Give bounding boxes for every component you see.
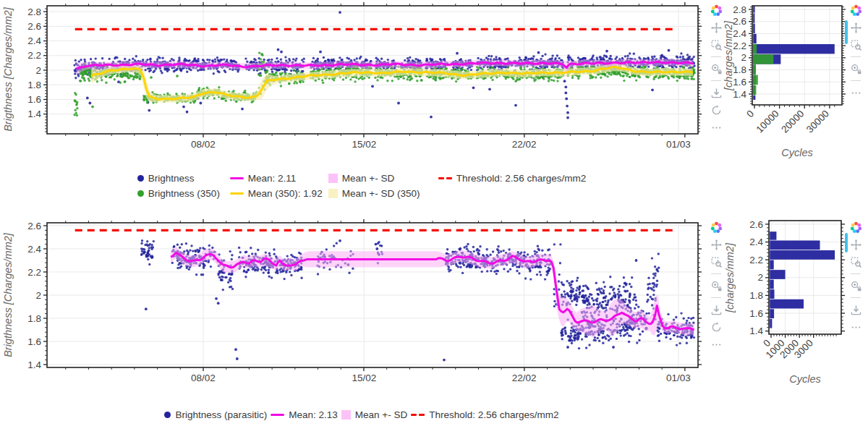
legend-item-brightness-parasitic[interactable]: Brightness (parasitic) [164, 409, 267, 420]
pan-icon[interactable] [709, 21, 723, 34]
x-tick-label: 22/02 [512, 373, 537, 383]
pan-icon[interactable] [709, 238, 723, 251]
x-tick-label: 15/02 [352, 139, 376, 150]
resampler-indicator-top [845, 20, 848, 44]
y-tick-label: 1.4 [27, 109, 41, 119]
modebar-separator [711, 80, 721, 81]
x-tick-label: 08/02 [191, 373, 216, 383]
y-tick-label: 2 [35, 65, 41, 76]
legend-label: Mean (350): 1.92 [248, 188, 323, 199]
legend-item-threshold-2-56-charges-mm2[interactable]: Threshold: 2.56 charges/mm2 [411, 409, 558, 420]
zoom-lock-icon[interactable] [848, 62, 863, 75]
box-zoom-icon[interactable] [848, 255, 863, 268]
zoom-lock-icon[interactable] [709, 62, 723, 75]
top-y-axis-title: Brigthness [Charges/mm2] [2, 7, 14, 132]
legend-label: Mean +- SD (350) [342, 188, 420, 199]
legend-item-mean-sd-350[interactable]: Mean +- SD (350) [328, 188, 438, 199]
legend-item-threshold-2-56-charges-mm2[interactable]: Threshold: 2.56 charges/mm2 [438, 173, 586, 184]
modebar-separator [711, 56, 721, 57]
legend-item-mean-2-11[interactable]: Mean: 2.11 [230, 173, 328, 184]
legend-marker-line [230, 192, 244, 195]
box-zoom-icon[interactable] [848, 38, 863, 51]
reset-icon[interactable] [709, 320, 723, 333]
more-icon[interactable] [848, 320, 863, 333]
y-tick-label: 2.6 [749, 219, 763, 230]
legend-item-brightness[interactable]: Brightness [137, 173, 230, 184]
legend-label: Mean: 2.11 [248, 173, 297, 184]
y-tick-label: 1.4 [733, 89, 746, 100]
legend-label: Mean +- SD [355, 409, 407, 420]
legend-item-mean-350-1-92[interactable]: Mean (350): 1.92 [230, 188, 328, 199]
y-tick-label: 2.6 [27, 21, 41, 32]
more-icon[interactable] [848, 86, 863, 99]
x-tick-label: 30000 [804, 109, 831, 135]
y-tick-label: 2 [741, 52, 746, 63]
pan-icon[interactable] [848, 238, 863, 251]
plotly-logo[interactable] [848, 221, 863, 234]
y-tick-label: 2.6 [733, 16, 746, 27]
modebar-top-main [707, 4, 725, 134]
bottom-hist-y-axis-title: [charges/mm2] [724, 242, 736, 313]
legend-marker-dashes [411, 414, 425, 416]
bottom-legend: Brightness (parasitic)Mean: 2.13Mean +- … [0, 409, 723, 420]
more-icon[interactable] [709, 121, 723, 134]
y-tick-label: 2 [757, 272, 763, 283]
box-zoom-icon[interactable] [709, 38, 723, 51]
y-tick-label: 2.4 [733, 28, 746, 39]
x-tick-label: 01/03 [666, 139, 691, 150]
modebar-separator [711, 297, 721, 298]
x-tick-label: 22/02 [512, 139, 537, 150]
y-tick-label: 1.8 [27, 80, 41, 90]
legend-items: BrightnessMean: 2.11Mean +- SDThreshold:… [137, 173, 586, 199]
top-hist-x-axis-title: Cycles [781, 147, 813, 158]
legend-item-mean-sd[interactable]: Mean +- SD [328, 173, 438, 184]
y-tick-label: 2.8 [733, 4, 746, 15]
legend-item-mean-2-13[interactable]: Mean: 2.13 [271, 409, 338, 420]
modebar-separator [851, 297, 861, 298]
reset-icon[interactable] [709, 103, 723, 116]
zoom-lock-icon[interactable] [848, 279, 863, 292]
y-tick-label: 1.6 [27, 336, 41, 347]
download-icon[interactable] [709, 303, 723, 316]
plotly-logo[interactable] [709, 4, 723, 17]
legend-label: Brightness (350) [148, 188, 220, 199]
modebar-separator [851, 56, 861, 57]
legend-marker-dot [137, 190, 144, 197]
legend-marker-line [230, 177, 244, 179]
download-icon[interactable] [848, 303, 863, 316]
legend-marker-dot [137, 175, 144, 182]
legend-label: Brightness [148, 173, 195, 184]
legend-label: Threshold: 2.56 charges/mm2 [456, 173, 586, 184]
y-tick-label: 1.8 [749, 290, 763, 301]
y-tick-label: 2 [35, 290, 41, 301]
legend-label: Brightness (parasitic) [175, 409, 267, 420]
y-tick-label: 1.8 [27, 313, 41, 324]
modebar-top-hist [847, 4, 864, 99]
legend-marker-square [341, 410, 351, 420]
x-tick-label: 08/02 [191, 139, 216, 150]
y-tick-label: 1.8 [733, 64, 746, 75]
pan-icon[interactable] [848, 21, 863, 34]
modebar-separator [851, 80, 861, 81]
zoom-lock-icon[interactable] [709, 279, 723, 292]
plotly-logo[interactable] [709, 221, 723, 234]
legend-items: Brightness (parasitic)Mean: 2.13Mean +- … [164, 409, 558, 420]
top-brightness-chart[interactable]: 1.41.61.822.22.42.62.808/0215/0222/0201/… [0, 0, 723, 171]
more-icon[interactable] [709, 338, 723, 351]
download-icon[interactable] [709, 86, 723, 99]
y-tick-label: 1.6 [749, 308, 763, 319]
modebar-bottom-main [707, 221, 725, 351]
legend-item-mean-sd[interactable]: Mean +- SD [341, 409, 407, 420]
y-tick-label: 2.8 [27, 7, 41, 17]
x-tick-label: 0 [744, 109, 756, 120]
y-tick-label: 2.2 [27, 267, 41, 278]
y-tick-label: 1.4 [749, 326, 763, 336]
legend-marker-dashes [438, 177, 452, 179]
legend-label: Mean: 2.13 [289, 409, 338, 420]
legend-item-brightness-350[interactable]: Brightness (350) [137, 188, 230, 199]
box-zoom-icon[interactable] [709, 255, 723, 268]
y-tick-label: 2.2 [27, 50, 41, 61]
legend-marker-square [328, 189, 338, 198]
bottom-brightness-chart[interactable]: 1.41.61.822.22.42.608/0215/0222/0201/03 … [0, 217, 723, 391]
plotly-logo[interactable] [848, 4, 863, 17]
